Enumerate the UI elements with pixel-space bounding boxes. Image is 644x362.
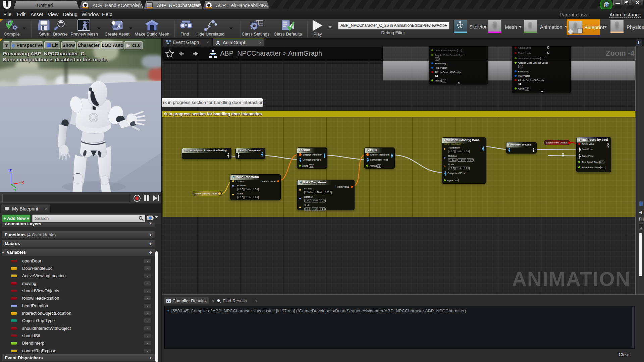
svg-text:Y: Y bbox=[14, 188, 17, 192]
svg-text:Z: Z bbox=[9, 169, 12, 173]
svg-text:X: X bbox=[21, 181, 24, 185]
